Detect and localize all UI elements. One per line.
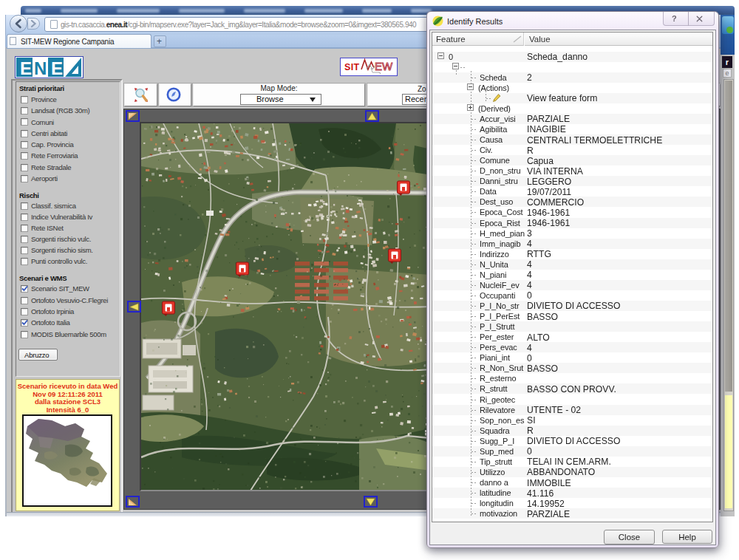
svg-text:E: E xyxy=(51,58,63,78)
svg-text:EW: EW xyxy=(375,60,393,72)
svg-text:N: N xyxy=(34,58,47,78)
svg-text:E: E xyxy=(20,58,32,78)
